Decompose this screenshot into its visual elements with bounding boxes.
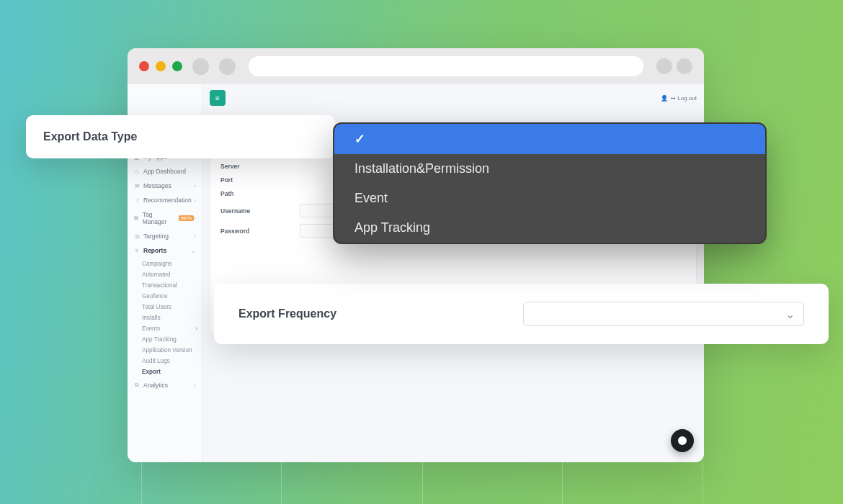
chart-icon: ≡ [133,248,140,254]
dropdown-option-event[interactable]: Event [334,184,765,213]
sidebar-sub-application-version[interactable]: Application Version [142,345,197,356]
check-icon: ✓ [354,131,365,147]
browser-tab[interactable] [192,58,209,75]
sidebar-sub-campaigns[interactable]: Campaigns [142,258,197,269]
chevron-right-icon: › [194,233,196,240]
browser-tab[interactable] [219,58,236,75]
chevron-right-icon: › [194,197,196,204]
traffic-lights [139,61,182,71]
label-port: Port [220,176,300,184]
export-data-type-dropdown[interactable]: ✓ Installation&Permission Event App Trac… [333,122,767,244]
chevron-down-icon: ⌄ [191,248,196,254]
user-icon: 👤 [661,95,668,102]
sidebar-item-messages[interactable]: ✉Messages › [132,179,197,192]
sidebar-submenu-reports: Campaigns Automated Transactional Geofen… [132,258,197,377]
chat-icon [678,436,687,445]
chevron-right-icon: › [194,183,196,189]
menu-toggle-button[interactable]: ≡ [210,90,226,106]
home-icon: ⌂ [133,168,140,175]
decorative-grid-lines [0,461,843,504]
star-icon: ☆ [133,197,140,204]
sidebar-sub-audit-logs[interactable]: Audit Logs [142,356,197,366]
sidebar-item-label: Tag Manager [143,211,174,225]
dropdown-option-blank[interactable]: ✓ [334,124,765,154]
maximize-window-icon[interactable] [172,61,182,71]
sidebar-sub-installs[interactable]: Installs [142,312,197,323]
chevron-right-icon: › [195,325,197,332]
label-username: Username [220,207,300,215]
sidebar-sub-automated[interactable]: Automated [142,269,197,280]
export-frequency-title: Export Frequency [238,307,336,320]
sidebar-item-label: App Dashboard [143,168,186,175]
export-data-type-title: Export Data Type [43,130,137,143]
sidebar-sub-export[interactable]: Export [142,366,197,377]
dropdown-option-app-tracking[interactable]: App Tracking [334,213,765,243]
label-path: Path [220,190,300,197]
support-chat-button[interactable] [671,429,694,452]
label-password: Password [220,228,300,235]
browser-action-icon[interactable] [656,58,672,74]
chevron-right-icon: › [194,215,196,222]
sidebar-sub-total-users[interactable]: Total Users [142,302,197,312]
browser-action-icon[interactable] [677,58,692,74]
analytics-icon: ⧉ [133,382,140,389]
logout-icon: ↦ [671,95,676,102]
top-bar: ≡ 👤 ↦ Log out [210,89,697,107]
sidebar-item-reports[interactable]: ≡Reports ⌄ [132,244,197,257]
dropdown-option-installation-permission[interactable]: Installation&Permission [334,154,765,184]
sidebar-item-analytics[interactable]: ⧉Analytics › [132,379,197,392]
chat-icon: ✉ [133,183,140,189]
sidebar-item-recommendation[interactable]: ☆Recommendation › [132,194,197,207]
sidebar-sub-transactional[interactable]: Transactional [142,280,197,291]
sidebar-item-label: Targeting [143,233,169,240]
close-window-icon[interactable] [139,61,149,71]
sidebar-item-tag-manager[interactable]: ⌘Tag ManagerBETA › [132,208,197,228]
logo [132,90,197,110]
tag-icon: ⌘ [133,215,140,222]
sidebar-item-label: Reports [143,247,166,254]
target-icon: ◎ [133,233,140,240]
sidebar-item-dashboard[interactable]: ⌂App Dashboard [132,165,197,178]
export-frequency-select[interactable]: ⌄ [523,302,804,326]
beta-badge: BETA [179,215,194,221]
chevron-right-icon: › [194,382,196,389]
sidebar-item-label: Analytics [143,382,168,389]
browser-window: N NetmeraDotCom ▦My Apps ⌂App Dashboard … [128,48,704,462]
sidebar-item-label: Recommendation [143,197,192,204]
logout-link[interactable]: 👤 ↦ Log out [661,95,697,102]
minimize-window-icon[interactable] [156,61,166,71]
export-frequency-highlight: Export Frequency ⌄ [214,284,829,344]
sidebar-item-targeting[interactable]: ◎Targeting › [132,230,197,243]
address-bar[interactable] [249,56,643,76]
sidebar-sub-geofence[interactable]: Geofence [142,291,197,302]
browser-chrome [128,48,704,84]
chevron-down-icon: ⌄ [785,307,795,321]
sidebar-sub-events[interactable]: Events› [142,323,197,334]
export-data-type-highlight: Export Data Type [26,115,335,158]
sidebar-item-label: Messages [143,182,171,189]
label-server: Server [220,163,300,170]
sidebar-sub-app-tracking[interactable]: App Tracking [142,334,197,345]
